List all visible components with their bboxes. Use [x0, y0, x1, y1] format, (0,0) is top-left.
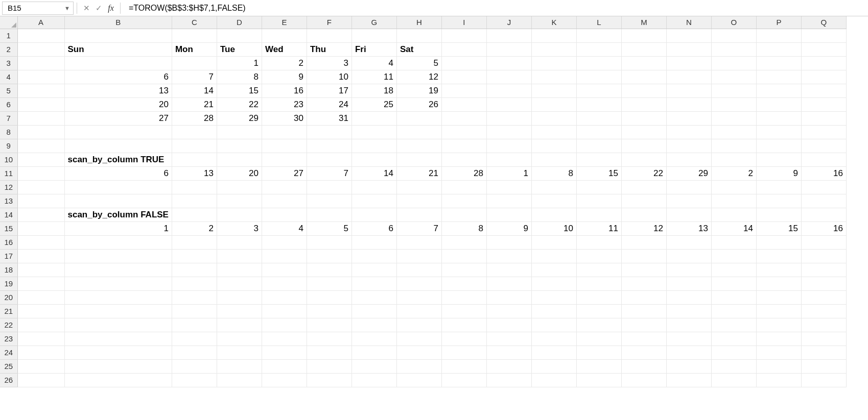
- cell-F20[interactable]: [307, 290, 351, 304]
- cell-K21[interactable]: [531, 304, 576, 318]
- cell-E13[interactable]: [262, 194, 307, 208]
- row-header-11[interactable]: 11: [0, 166, 17, 180]
- cell-G23[interactable]: [351, 332, 396, 345]
- cell-E21[interactable]: [262, 304, 307, 318]
- cell-Q6[interactable]: [801, 97, 846, 111]
- cell-B7[interactable]: 27: [64, 111, 172, 125]
- cell-I12[interactable]: [441, 180, 486, 194]
- cell-L3[interactable]: [576, 56, 621, 70]
- cell-D11[interactable]: 20: [217, 166, 262, 180]
- cell-I21[interactable]: [441, 304, 486, 318]
- cell-A7[interactable]: [17, 111, 64, 125]
- cell-K6[interactable]: [531, 97, 576, 111]
- cell-D13[interactable]: [217, 194, 262, 208]
- cell-M21[interactable]: [621, 304, 666, 318]
- cell-P21[interactable]: [756, 304, 801, 318]
- cell-D22[interactable]: [217, 318, 262, 332]
- cell-B15[interactable]: 1: [64, 221, 172, 235]
- cell-G20[interactable]: [351, 290, 396, 304]
- row-header-23[interactable]: 23: [0, 332, 17, 345]
- cell-B19[interactable]: [64, 277, 172, 290]
- cell-M13[interactable]: [621, 194, 666, 208]
- cell-B22[interactable]: [64, 318, 172, 332]
- cell-E20[interactable]: [262, 290, 307, 304]
- cell-Q21[interactable]: [801, 304, 846, 318]
- cell-H9[interactable]: [396, 139, 441, 153]
- cell-E10[interactable]: [262, 153, 307, 166]
- cell-B17[interactable]: [64, 249, 172, 263]
- cell-M22[interactable]: [621, 318, 666, 332]
- cell-D18[interactable]: [217, 263, 262, 277]
- cell-K2[interactable]: [531, 42, 576, 56]
- cell-I15[interactable]: 8: [441, 221, 486, 235]
- cell-N14[interactable]: [666, 208, 711, 221]
- cell-E4[interactable]: 9: [262, 70, 307, 84]
- cell-A20[interactable]: [17, 290, 64, 304]
- cell-H7[interactable]: [396, 111, 441, 125]
- cell-P3[interactable]: [756, 56, 801, 70]
- column-header-B[interactable]: B: [64, 16, 172, 29]
- cell-N25[interactable]: [666, 359, 711, 373]
- cell-J19[interactable]: [486, 277, 531, 290]
- cell-L13[interactable]: [576, 194, 621, 208]
- row-header-22[interactable]: 22: [0, 318, 17, 332]
- cell-L23[interactable]: [576, 332, 621, 345]
- cell-B12[interactable]: [64, 180, 172, 194]
- cell-A1[interactable]: [17, 29, 64, 42]
- cell-A25[interactable]: [17, 359, 64, 373]
- cell-K20[interactable]: [531, 290, 576, 304]
- cell-B18[interactable]: [64, 263, 172, 277]
- cell-L17[interactable]: [576, 249, 621, 263]
- column-header-F[interactable]: F: [307, 16, 351, 29]
- cell-E16[interactable]: [262, 235, 307, 249]
- cell-H16[interactable]: [396, 235, 441, 249]
- cell-I6[interactable]: [441, 97, 486, 111]
- cell-D3[interactable]: 1: [217, 56, 262, 70]
- cell-C17[interactable]: [172, 249, 217, 263]
- cell-A11[interactable]: [17, 166, 64, 180]
- column-header-P[interactable]: P: [756, 16, 801, 29]
- cell-G4[interactable]: 11: [351, 70, 396, 84]
- cell-Q8[interactable]: [801, 125, 846, 139]
- cell-E3[interactable]: 2: [262, 56, 307, 70]
- cell-J24[interactable]: [486, 345, 531, 359]
- cell-B5[interactable]: 13: [64, 84, 172, 97]
- cell-I19[interactable]: [441, 277, 486, 290]
- cell-L26[interactable]: [576, 373, 621, 387]
- cell-Q16[interactable]: [801, 235, 846, 249]
- cell-P7[interactable]: [756, 111, 801, 125]
- cell-M16[interactable]: [621, 235, 666, 249]
- cell-E6[interactable]: 23: [262, 97, 307, 111]
- cell-K14[interactable]: [531, 208, 576, 221]
- cell-E9[interactable]: [262, 139, 307, 153]
- cell-G11[interactable]: 14: [351, 166, 396, 180]
- cell-I9[interactable]: [441, 139, 486, 153]
- cell-L6[interactable]: [576, 97, 621, 111]
- cell-P24[interactable]: [756, 345, 801, 359]
- cell-H18[interactable]: [396, 263, 441, 277]
- cell-D8[interactable]: [217, 125, 262, 139]
- cell-O14[interactable]: [711, 208, 756, 221]
- cell-K13[interactable]: [531, 194, 576, 208]
- cell-N20[interactable]: [666, 290, 711, 304]
- cell-Q18[interactable]: [801, 263, 846, 277]
- cell-A13[interactable]: [17, 194, 64, 208]
- cell-O11[interactable]: 2: [711, 166, 756, 180]
- cell-N16[interactable]: [666, 235, 711, 249]
- cell-P23[interactable]: [756, 332, 801, 345]
- cell-A5[interactable]: [17, 84, 64, 97]
- cell-M23[interactable]: [621, 332, 666, 345]
- cell-B10[interactable]: scan_by_column TRUE: [64, 153, 172, 166]
- cell-A2[interactable]: [17, 42, 64, 56]
- cell-H4[interactable]: 12: [396, 70, 441, 84]
- cell-O19[interactable]: [711, 277, 756, 290]
- cell-L16[interactable]: [576, 235, 621, 249]
- cell-L7[interactable]: [576, 111, 621, 125]
- cell-E25[interactable]: [262, 359, 307, 373]
- cell-J2[interactable]: [486, 42, 531, 56]
- cell-Q22[interactable]: [801, 318, 846, 332]
- cell-Q7[interactable]: [801, 111, 846, 125]
- cell-K16[interactable]: [531, 235, 576, 249]
- cell-P10[interactable]: [756, 153, 801, 166]
- cell-P20[interactable]: [756, 290, 801, 304]
